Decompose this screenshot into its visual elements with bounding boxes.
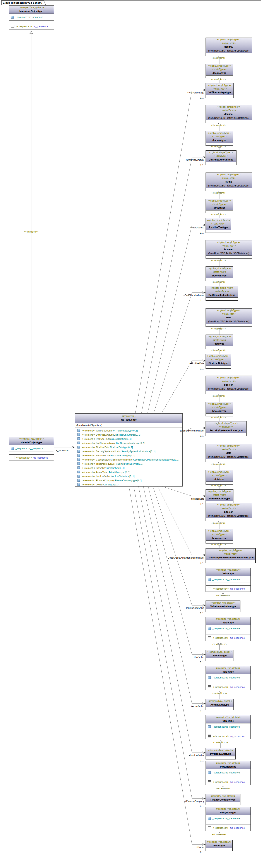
class-datetype[interactable]: <<global, simpleType>><<dataType>>datety… <box>205 335 233 349</box>
sequence-text: <<sequence>>mg_sequence <box>213 637 245 639</box>
class-BadShapeIndicatortype[interactable]: <<global, simpleType>><<dataType>>BadSha… <box>205 286 238 301</box>
class-boolean[interactable]: <<global, simpleType>><<dataType>>boolea… <box>205 240 252 258</box>
stereotype-label: <<dataType>> <box>206 358 231 361</box>
stereotype-label: <<global, simpleType>> <box>206 444 252 447</box>
class-Valuetype[interactable]: <<complexType, global>>Valuetype_sequenc… <box>205 617 251 641</box>
stereotype-label: <<global, simpleType>> <box>206 131 233 135</box>
class-header: <<global, simpleType>><<dataType>>datety… <box>206 335 233 346</box>
class-decimal[interactable]: <<global, simpleType>><<dataType>>decima… <box>205 105 252 123</box>
class-booleantype[interactable]: <<global, simpleType>><<dataType>>boolea… <box>205 529 233 544</box>
class-date[interactable]: <<global, simpleType>><<dataType>>date(f… <box>205 444 252 462</box>
class-Ownertype[interactable]: <<complexType, global>>Ownertype <box>205 840 233 851</box>
empty-compartment <box>206 540 233 543</box>
stereotype-label: <<dataType>> <box>206 41 252 45</box>
class-booleantype[interactable]: <<global, simpleType>><<dataType>>boolea… <box>205 402 233 416</box>
class-SecuritySystemIndicatortype[interactable]: <<global, simpleType>><<dataType>>Securi… <box>205 421 246 436</box>
element-row: <<element>> GoodShapeOfMaintenanceIndica… <box>75 458 183 462</box>
class-datetype[interactable]: <<global, simpleType>><<dataType>>datety… <box>205 470 233 485</box>
class-header: <<global, simpleType>><<dataType>>decima… <box>206 131 233 143</box>
class-Valuetype[interactable]: <<complexType, global>>Valuetype_sequenc… <box>205 568 251 592</box>
class-InvoicedValuetype[interactable]: <<complexType, global>>InvoicedValuetype <box>205 748 236 760</box>
empty-compartment <box>206 681 251 684</box>
class-RiskUseTexttype[interactable]: <<global, simpleType>><<dataType>>RiskUs… <box>205 218 231 233</box>
element-cardinality: [0..1] <box>135 433 140 436</box>
relation-stereotype-label: <<restriction>> <box>205 281 231 283</box>
class-PurchaseDatetype[interactable]: <<global, simpleType>><<dataType>>Purcha… <box>205 489 233 504</box>
class-name: booleantype <box>206 274 233 278</box>
class-header: <<global, simpleType>><<dataType>>boolea… <box>206 241 252 255</box>
relation-stereotype-label: <<restriction>> <box>205 146 231 148</box>
class-name: FinanceCompanytype <box>206 798 240 802</box>
class-header: <<complexType, global>>Valuetype <box>206 568 251 576</box>
class-decimaltype[interactable]: <<global, simpleType>><<dataType>>decima… <box>205 64 233 79</box>
element-row: <<element>> PurchaseDatePurchaseDatetype… <box>75 453 183 458</box>
attribute-name: _sequence <box>15 16 28 18</box>
element-name: ToBeInsuredValue <box>96 463 115 465</box>
attribute-type: mg_sequence <box>225 771 240 774</box>
multiplicity-label: 0..1 <box>200 562 204 564</box>
class-name: boolean <box>206 510 252 514</box>
sequence-row: <<sequence>>mg_sequence <box>206 634 251 641</box>
class-header: <<complexType, global>>Valuetype <box>206 715 251 723</box>
class-booleantype[interactable]: <<global, simpleType>><<dataType>>boolea… <box>205 267 233 281</box>
sequence-row: <<sequence>>mg_sequence <box>9 455 54 461</box>
class-stringtype[interactable]: <<global, simpleType>><<dataType>>string… <box>205 199 233 213</box>
class-PartyRoletype[interactable]: <<complexType, global>>PartyRoletype_seq… <box>205 761 251 785</box>
class-header: <<complexType, global>> MaterialObjectty… <box>9 437 54 445</box>
class-mg_sequence[interactable]: <<sequence>> mg_sequence (from MaterialO… <box>75 413 183 487</box>
class-string[interactable]: <<global, simpleType>><<dataType>>string… <box>205 173 252 191</box>
attribute-type: mg_sequence <box>225 676 240 679</box>
class-FirstUseDatetype[interactable]: <<global, simpleType>><<dataType>>FirstU… <box>205 354 231 369</box>
element-name: FirstUseDate <box>96 446 110 448</box>
element-stereotype: <<element>> <box>82 483 95 486</box>
element-row: <<element>> RiskUseTextRiskUseTexttype[0… <box>75 437 183 441</box>
class-ToBeInsuredValuetype[interactable]: <<complexType, global>>ToBeInsuredValuet… <box>205 600 240 612</box>
element-name: ListValue <box>96 467 106 469</box>
element-icon <box>77 466 80 469</box>
class-FinanceCompanytype[interactable]: <<complexType, global>>FinanceCompanytyp… <box>205 794 240 805</box>
class-date[interactable]: <<global, simpleType>><<dataType>>date(f… <box>205 308 252 327</box>
class-header: <<complexType, global>>Valuetype <box>206 617 251 625</box>
class-header: <<complexType, global>>ActualValuetype <box>206 699 233 707</box>
class-UnitPriceAmounttype[interactable]: <<global, simpleType>><<dataType>>UnitPr… <box>205 150 236 165</box>
stereotype-label: <<complexType, global>> <box>9 437 54 440</box>
relation-stereotype-label: <<extension>> <box>207 692 233 694</box>
class-boolean[interactable]: <<global, simpleType>><<dataType>>boolea… <box>205 503 252 521</box>
class-boolean[interactable]: <<global, simpleType>><<dataType>>boolea… <box>205 376 252 394</box>
sequence-stereotype: <<sequence>> <box>213 781 229 783</box>
sequence-icon <box>208 587 211 590</box>
stereotype-label: <<global, simpleType>> <box>206 402 233 405</box>
sequence-stereotype: <<sequence>> <box>213 587 229 590</box>
attribute-text: _sequencemg_sequence <box>212 627 240 630</box>
attribute-text: _sequencemg_sequence <box>212 725 240 728</box>
attribute-icon <box>208 725 211 728</box>
class-decimal[interactable]: <<global, simpleType>><<dataType>>decima… <box>205 37 252 56</box>
attribute-type: mg_sequence <box>225 817 240 820</box>
sequence-name: mg_sequence <box>230 587 244 590</box>
class-MaterialObjecttype[interactable]: <<complexType, global>> MaterialObjectty… <box>9 437 54 461</box>
class-name: decimaltype <box>206 71 233 75</box>
relation-stereotype-label: <<restriction>> <box>205 213 231 216</box>
empty-compartment <box>206 413 233 416</box>
element-type: PurchaseDatetype <box>111 454 130 457</box>
class-header: <<global, simpleType>><<dataType>>datety… <box>206 470 233 482</box>
class-header: <<global, simpleType>><<dataType>>boolea… <box>206 503 252 518</box>
multiplicity-label: 0..1 <box>200 96 204 99</box>
class-Valuetype[interactable]: <<complexType, global>>Valuetype_sequenc… <box>205 666 251 690</box>
sequence-icon <box>208 826 211 829</box>
element-type: BadShapeIndicatortype <box>116 442 140 444</box>
class-ListValuetype[interactable]: <<complexType, global>>ListValuetype <box>205 650 233 661</box>
class-GoodShapeOfMaintenanceIndicatortype[interactable]: <<global, simpleType>><<dataType>>GoodSh… <box>205 548 256 563</box>
class-InsuranceObjecttype[interactable]: <<complexType, global>> InsuranceObjectt… <box>9 5 54 29</box>
class-VATPercentagetype[interactable]: <<global, simpleType>><<dataType>>VATPer… <box>205 83 234 98</box>
relation-stereotype-label: <<restriction>> <box>205 124 231 126</box>
attribute-name: _sequence <box>212 578 225 581</box>
stereotype-label: <<global, simpleType>> <box>206 309 252 312</box>
class-ActualValuetype[interactable]: <<complexType, global>>ActualValuetype <box>205 699 234 710</box>
class-PartyRoletype[interactable]: <<complexType, global>>PartyRoletype_seq… <box>205 807 251 831</box>
class-decimaltype[interactable]: <<global, simpleType>><<dataType>>decima… <box>205 131 233 146</box>
class-Valuetype[interactable]: <<complexType, global>>Valuetype_sequenc… <box>205 715 251 739</box>
stereotype-label: <<global, simpleType>> <box>206 84 233 87</box>
sequence-name: mg_sequence <box>33 456 48 459</box>
stereotype-label: <<complexType, global>> <box>206 807 251 811</box>
